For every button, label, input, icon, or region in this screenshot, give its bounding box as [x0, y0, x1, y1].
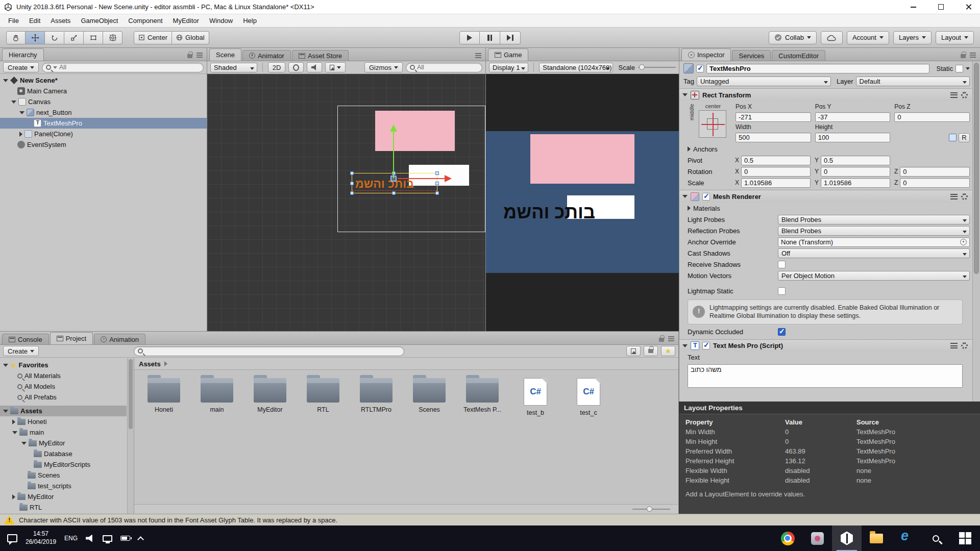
receive-shadows-checkbox[interactable]: [778, 261, 786, 268]
asset-folder-main[interactable]: main: [194, 378, 239, 416]
tree-item-all-prefabs[interactable]: All Prefabs: [0, 392, 127, 403]
zoom-slider-knob[interactable]: [647, 506, 652, 512]
menu-myeditor[interactable]: MyEditor: [168, 14, 204, 27]
hierarchy-item-eventsystem[interactable]: EventSystem: [0, 139, 207, 150]
rotation-x-field[interactable]: 0: [741, 167, 811, 177]
resize-handle[interactable]: [435, 182, 439, 185]
2d-toggle-button[interactable]: 2D: [268, 62, 285, 72]
expand-arrow-icon[interactable]: [11, 101, 16, 104]
search-by-type-button[interactable]: [626, 346, 641, 356]
taskbar-paint3d-button[interactable]: [802, 525, 832, 551]
component-enabled-checkbox[interactable]: [702, 193, 710, 201]
scale-z-field[interactable]: 0: [900, 178, 970, 188]
gear-icon[interactable]: [961, 92, 968, 98]
account-dropdown[interactable]: Account: [847, 31, 889, 44]
tab-services[interactable]: Services: [732, 50, 771, 61]
rotation-z-field[interactable]: 0: [900, 167, 970, 177]
tab-inspector[interactable]: Inspector: [681, 48, 731, 61]
menu-file[interactable]: File: [3, 14, 24, 27]
light-probes-dropdown[interactable]: Blend Probes: [778, 215, 970, 224]
rotation-y-field[interactable]: 0: [821, 167, 890, 177]
anchor-preset-icon[interactable]: [699, 110, 726, 138]
create-button[interactable]: Create: [3, 346, 39, 356]
panel-menu-icon[interactable]: [668, 336, 674, 341]
menu-assets[interactable]: Assets: [45, 14, 76, 27]
scale-slider-knob[interactable]: [639, 64, 645, 70]
x-axis-gizmo[interactable]: [398, 178, 446, 179]
panel-menu-icon[interactable]: [475, 53, 481, 58]
materials-foldout[interactable]: Materials: [679, 203, 972, 214]
asset-folder-scenes[interactable]: Scenes: [407, 378, 452, 416]
scene-viewport[interactable]: בותכ והשמ: [207, 74, 486, 331]
scrollbar-thumb[interactable]: [129, 359, 133, 429]
static-checkbox[interactable]: [955, 65, 963, 72]
gizmos-dropdown[interactable]: Gizmos: [364, 62, 403, 72]
mesh-renderer-header[interactable]: Mesh Renderer: [679, 190, 972, 203]
foldout-icon[interactable]: [688, 146, 691, 152]
project-search-input[interactable]: [134, 346, 404, 356]
object-picker-icon[interactable]: [960, 239, 967, 245]
battery-icon[interactable]: [120, 536, 130, 541]
object-name-field[interactable]: TextMeshPro: [706, 64, 929, 73]
taskbar-unity-button[interactable]: [832, 525, 862, 551]
anchors-foldout[interactable]: Anchors: [679, 143, 972, 155]
taskbar-file-explorer-button[interactable]: [862, 525, 891, 551]
action-center-icon[interactable]: [7, 534, 17, 542]
maximize-button[interactable]: [929, 0, 952, 14]
scale-y-field[interactable]: 1.019586: [821, 178, 890, 188]
asset-folder-myeditor[interactable]: MyEditor: [248, 378, 292, 416]
scene-lighting-toggle[interactable]: [288, 62, 304, 72]
scrollbar-thumb[interactable]: [974, 63, 979, 274]
rect-tool-button[interactable]: [84, 31, 103, 44]
presets-icon[interactable]: [950, 343, 958, 348]
tree-item-myeditorscripts[interactable]: MyEditorScripts: [0, 459, 127, 470]
status-bar[interactable]: Character with ASCII value of 1503 was n…: [0, 514, 980, 525]
rotate-tool-button[interactable]: [45, 31, 64, 44]
tree-item-myeditor[interactable]: MyEditor: [0, 491, 127, 502]
tab-animator[interactable]: Animator: [242, 50, 291, 61]
expand-arrow-icon[interactable]: [19, 111, 24, 114]
text-mesh-pro-header[interactable]: Text Mesh Pro (Script): [679, 339, 972, 352]
resolution-dropdown[interactable]: Standalone (1024x768): [539, 63, 613, 72]
resize-handle[interactable]: [350, 191, 354, 195]
foldout-icon[interactable]: [682, 344, 688, 347]
taskbar-chrome-button[interactable]: [773, 525, 802, 551]
hierarchy-item-main-camera[interactable]: Main Camera: [0, 86, 207, 96]
inspector-scrollbar[interactable]: [972, 61, 980, 402]
expand-arrow-icon[interactable]: [12, 431, 17, 434]
pivot-handle[interactable]: [390, 176, 397, 182]
tree-item-assets[interactable]: Assets: [0, 406, 127, 416]
tree-item-rtl[interactable]: RTL: [0, 502, 127, 513]
lock-icon[interactable]: [659, 338, 664, 342]
pivot-y-field[interactable]: 0.5: [821, 156, 890, 165]
tab-hierarchy[interactable]: Hierarchy: [2, 48, 44, 61]
pivot-x-field[interactable]: 0.5: [741, 156, 811, 165]
tab-project[interactable]: Project: [50, 332, 93, 344]
resize-handle[interactable]: [350, 182, 354, 185]
hierarchy-item-scene[interactable]: New Scene*: [0, 75, 207, 86]
asset-folder-rtltmpro[interactable]: RTLTMPro: [354, 378, 399, 416]
menu-edit[interactable]: Edit: [24, 14, 45, 27]
motion-vectors-dropdown[interactable]: Per Object Motion: [778, 271, 970, 281]
foldout-icon[interactable]: [682, 93, 688, 96]
height-field[interactable]: 100: [815, 133, 891, 142]
hierarchy-item-next-button[interactable]: next_Button: [0, 107, 207, 118]
hierarchy-item-textmeshpro[interactable]: TextMeshPro: [0, 118, 207, 129]
menu-window[interactable]: Window: [204, 14, 238, 27]
asset-folder-honeti[interactable]: Honeti: [141, 378, 186, 416]
menu-gameobject[interactable]: GameObject: [76, 14, 123, 27]
hand-tool-button[interactable]: [6, 31, 26, 44]
collapse-arrow-icon[interactable]: [12, 419, 15, 424]
network-icon[interactable]: [103, 535, 112, 542]
resize-handle[interactable]: [350, 171, 354, 175]
text-input-area[interactable]: משהו כתוב: [688, 364, 963, 388]
pink-panel-object[interactable]: [375, 111, 455, 151]
scene-audio-toggle[interactable]: [307, 62, 322, 72]
expand-arrow-icon[interactable]: [3, 79, 8, 82]
asset-folder-textmesh[interactable]: TextMesh P...: [460, 378, 505, 416]
pos-x-field[interactable]: -271: [736, 112, 811, 122]
rect-transform-header[interactable]: Rect Transform: [679, 88, 972, 101]
play-button[interactable]: [459, 31, 480, 44]
blueprint-mode-icon[interactable]: [949, 134, 957, 141]
asset-script-test-c[interactable]: C#test_c: [566, 378, 611, 416]
